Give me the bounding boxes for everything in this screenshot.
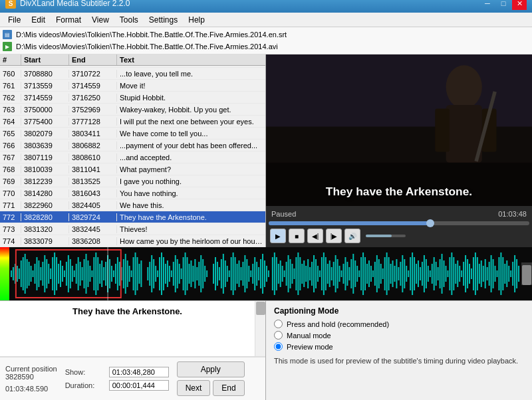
- svg-rect-234: [463, 262, 464, 286]
- mode-manual-label: Manual mode: [287, 332, 331, 340]
- svg-rect-151: [299, 257, 301, 290]
- svg-rect-73: [135, 252, 136, 295]
- show-input[interactable]: [109, 367, 169, 377]
- svg-rect-162: [321, 257, 323, 290]
- app-title: DivXLand Media Subtitler 2.2.0: [20, 0, 130, 8]
- svg-rect-213: [422, 262, 423, 286]
- svg-rect-179: [354, 260, 356, 287]
- svg-rect-11: [13, 267, 14, 280]
- svg-rect-176: [348, 267, 350, 280]
- waveform-canvas-container: // Generate waveform bars inline via tem…: [9, 247, 521, 300]
- subtitle-text-input[interactable]: They have the Arkenstone.: [0, 301, 255, 356]
- table-row[interactable]: 769 3812239 3813525 I gave you nothing.: [0, 175, 265, 187]
- svg-rect-75: [138, 264, 140, 284]
- window-controls[interactable]: ─ □ ✕: [480, 0, 527, 10]
- svg-rect-4: [435, 108, 450, 151]
- svg-rect-205: [406, 266, 407, 282]
- cell-start: 3708880: [21, 70, 69, 78]
- cell-text: ...to leave, you tell me.: [117, 70, 265, 78]
- svg-rect-148: [293, 268, 295, 279]
- svg-rect-71: [131, 270, 132, 277]
- play-button[interactable]: ▶: [270, 229, 286, 243]
- table-row[interactable]: 770 3814280 3816043 You have nothing.: [0, 187, 265, 199]
- svg-rect-64: [117, 257, 118, 290]
- volume-slider[interactable]: [366, 235, 406, 237]
- table-row[interactable]: 760 3708880 3710722 ...to leave, you tel…: [0, 68, 265, 80]
- menu-tools[interactable]: Tools: [114, 13, 144, 27]
- menu-format[interactable]: Format: [51, 13, 86, 27]
- table-row[interactable]: 772 3828280 3829724 They have the Arkens…: [0, 211, 265, 223]
- mode-manual-radio[interactable]: [274, 331, 283, 340]
- next-frame-button[interactable]: |▶: [326, 229, 342, 243]
- mode-press-hold-radio[interactable]: [274, 320, 283, 328]
- cell-text: We have come to tell you...: [117, 130, 265, 138]
- table-row[interactable]: 771 3822960 3824405 We have this.: [0, 199, 265, 211]
- table-row[interactable]: 767 3807119 3808610 ...and accepted.: [0, 151, 265, 163]
- end-button[interactable]: End: [213, 380, 244, 396]
- svg-rect-235: [465, 255, 466, 292]
- svg-rect-133: [262, 254, 263, 294]
- next-button[interactable]: Next: [177, 380, 211, 396]
- table-row[interactable]: 773 3831320 3832445 Thieves!: [0, 223, 265, 235]
- table-row[interactable]: 765 3802079 3803411 We have come to tell…: [0, 128, 265, 140]
- cell-start: 3831320: [21, 225, 69, 233]
- menu-edit[interactable]: Edit: [26, 13, 51, 27]
- table-row[interactable]: 766 3803639 3806882 ...payment of your d…: [0, 140, 265, 151]
- table-row[interactable]: 762 3714559 3716250 Stupid Hobbit.: [0, 92, 265, 104]
- svg-rect-184: [364, 257, 366, 290]
- stop-button[interactable]: ■: [289, 229, 305, 243]
- table-row[interactable]: 761 3713559 3714559 Move it!: [0, 80, 265, 92]
- waveform-svg: // Generate waveform bars inline via tem…: [9, 247, 521, 300]
- table-row[interactable]: 768 3810039 3811041 What payment?: [0, 163, 265, 175]
- svg-rect-120: [237, 264, 238, 284]
- cell-num: 770: [0, 189, 21, 197]
- svg-rect-25: [40, 267, 41, 280]
- svg-rect-97: [187, 257, 188, 290]
- table-body[interactable]: 758 3705840 3706840 Keep an eye on him. …: [0, 66, 265, 247]
- menu-settings[interactable]: Settings: [144, 13, 183, 27]
- mode-preview-radio[interactable]: [274, 342, 283, 351]
- table-row[interactable]: 763 3750000 3752969 Wakey-wakey, Hobbit.…: [0, 104, 265, 116]
- avi-icon: ▶: [3, 42, 12, 51]
- mode-preview[interactable]: Preview mode: [274, 342, 524, 351]
- prev-frame-button[interactable]: ◀|: [307, 229, 323, 243]
- duration-label: Duration:: [65, 381, 105, 389]
- waveform-scroll-thumb: [522, 265, 531, 285]
- duration-input[interactable]: [109, 380, 169, 391]
- cell-text: ...payment of your debt has been offered…: [117, 142, 265, 150]
- svg-rect-245: [485, 259, 486, 288]
- svg-rect-38: [66, 262, 67, 286]
- svg-rect-172: [341, 270, 342, 277]
- table-row[interactable]: 764 3775400 3777128 I will put the next …: [0, 116, 265, 128]
- cell-text: We have this.: [117, 201, 265, 209]
- svg-rect-167: [331, 267, 332, 280]
- waveform-scrollbar[interactable]: [521, 262, 532, 285]
- svg-rect-183: [362, 252, 364, 295]
- mode-press-hold[interactable]: Press and hold (recommended): [274, 320, 524, 328]
- captioning-modes: Press and hold (recommended) Manual mode…: [274, 320, 524, 351]
- minimize-button[interactable]: ─: [480, 0, 495, 10]
- svg-rect-165: [327, 264, 329, 284]
- waveform-area[interactable]: // Generate waveform bars inline via tem…: [0, 247, 532, 300]
- menu-view[interactable]: View: [86, 13, 114, 27]
- cell-num: 773: [0, 225, 21, 233]
- svg-rect-143: [284, 270, 285, 277]
- svg-rect-238: [471, 268, 472, 279]
- table-row[interactable]: 774 3833079 3836208 How came you by the …: [0, 235, 265, 247]
- text-scrollbar[interactable]: [255, 301, 265, 356]
- video-status: Paused: [271, 210, 296, 218]
- video-progress-bar[interactable]: [269, 221, 529, 225]
- maximize-button[interactable]: □: [496, 0, 511, 10]
- svg-rect-163: [323, 252, 325, 295]
- svg-rect-194: [384, 257, 386, 290]
- mode-manual[interactable]: Manual mode: [274, 331, 524, 340]
- svg-rect-44: [78, 257, 79, 290]
- volume-button[interactable]: 🔊: [344, 229, 360, 243]
- svg-rect-115: [227, 266, 228, 282]
- svg-rect-182: [360, 257, 362, 290]
- menu-help[interactable]: Help: [183, 13, 210, 27]
- apply-button[interactable]: Apply: [177, 361, 245, 377]
- menu-file[interactable]: File: [3, 13, 26, 27]
- cell-num: 764: [0, 118, 21, 126]
- close-button[interactable]: ✕: [512, 0, 527, 10]
